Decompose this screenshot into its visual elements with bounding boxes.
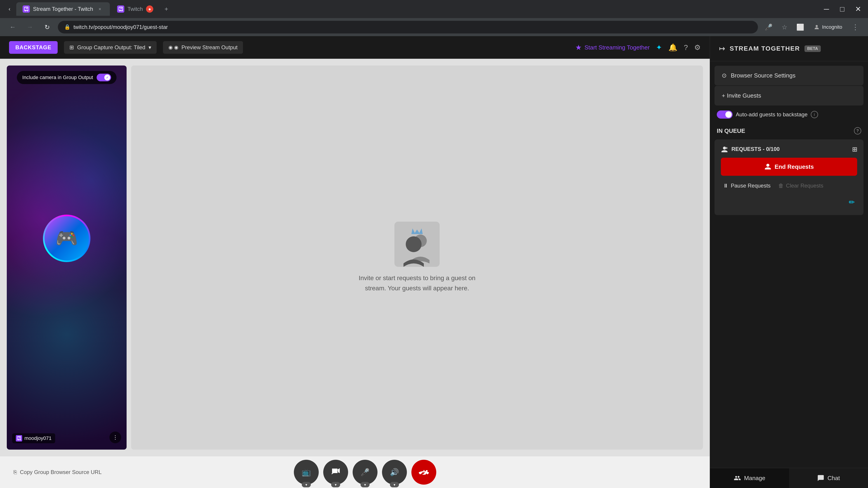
screen-share-icon: 📺: [302, 468, 311, 477]
star-streaming-icon: ★: [575, 43, 582, 52]
tab-bar: ‹ Stream Together - Twitch × Twitch ● +: [0, 0, 868, 18]
star-btn[interactable]: ☆: [778, 21, 791, 33]
tab-close-1[interactable]: ×: [96, 5, 103, 13]
svg-point-8: [427, 473, 428, 474]
capture-label: Group Capture Output: Tiled: [77, 44, 145, 51]
url-text: twitch.tv/popout/moodjoy071/guest-star: [73, 24, 752, 30]
mic-toolbar-btn[interactable]: 🎤: [763, 21, 775, 33]
requests-count-label: REQUESTS - 0/100: [721, 146, 780, 153]
pause-icon: ⏸: [723, 183, 728, 189]
toolbar-icons: 🎤 ☆ ⬜ Incognito ⋮: [763, 21, 862, 33]
auto-add-label: Auto-add guests to backstage: [736, 111, 808, 118]
tab-nav-back[interactable]: ‹: [4, 3, 16, 15]
help-icon-btn[interactable]: ?: [684, 43, 688, 52]
include-camera-label: Include camera in Group Output: [22, 74, 93, 80]
screen-share-control: 📺 ▾: [294, 460, 319, 485]
edit-pencil-icon[interactable]: ✏: [721, 196, 857, 209]
bell-icon-btn[interactable]: 🔔: [669, 43, 677, 52]
volume-chevron[interactable]: ▾: [390, 482, 399, 487]
incognito-label: Incognito: [822, 24, 842, 30]
filter-icon[interactable]: ⊞: [852, 146, 857, 153]
omnibar: ← → ↻ 🔒 twitch.tv/popout/moodjoy071/gues…: [0, 18, 868, 36]
camera-icon: [331, 468, 340, 477]
browser-source-settings-button[interactable]: ⊙ Browser Source Settings: [715, 66, 864, 86]
guest-area: Invite or start requests to bring a gues…: [131, 66, 703, 450]
pause-requests-button[interactable]: ⏸ Pause Requests: [721, 180, 773, 191]
copy-icon: ⎘: [13, 469, 17, 475]
include-camera-toggle[interactable]: [97, 74, 111, 81]
new-tab-button[interactable]: +: [160, 3, 172, 15]
svg-point-9: [725, 147, 727, 149]
sidebar-bottom-tabs: Manage Chat: [710, 468, 868, 488]
grid-icon: ⊞: [69, 44, 74, 51]
content-area: BACKSTAGE ⊞ Group Capture Output: Tiled …: [0, 36, 710, 488]
back-btn[interactable]: ←: [6, 21, 19, 33]
queue-help-icon[interactable]: ?: [854, 127, 861, 134]
lock-icon: 🔒: [64, 24, 70, 30]
manage-label: Manage: [744, 475, 765, 482]
camera-control: ▾: [323, 460, 348, 485]
end-requests-button[interactable]: End Requests: [721, 158, 857, 176]
chat-label: Chat: [828, 475, 840, 482]
auto-add-info-icon[interactable]: i: [811, 111, 818, 118]
screen-share-button[interactable]: 📺: [294, 460, 319, 485]
trash-icon: 🗑: [778, 183, 784, 189]
preview-icon: ◉ ◉: [168, 44, 178, 51]
collapse-sidebar-button[interactable]: ↦: [719, 44, 725, 53]
host-username: moodjoy071: [24, 435, 52, 441]
start-streaming-button[interactable]: ★ Start Streaming Together: [575, 43, 650, 52]
mic-button[interactable]: 🎤: [352, 460, 377, 485]
more-btn[interactable]: ⋮: [849, 21, 862, 33]
secondary-buttons: ⏸ Pause Requests 🗑 Clear Requests: [721, 180, 857, 191]
auto-add-toggle[interactable]: [717, 110, 733, 119]
settings-icon-btn[interactable]: ⚙: [694, 43, 701, 52]
capture-output-button[interactable]: ⊞ Group Capture Output: Tiled ▾: [64, 41, 157, 54]
tab-label-1: Stream Together - Twitch: [33, 6, 93, 12]
extension-btn[interactable]: ⬜: [794, 21, 807, 33]
close-window-btn[interactable]: ✕: [852, 3, 864, 15]
volume-button[interactable]: 🔊: [382, 460, 407, 485]
address-bar[interactable]: 🔒 twitch.tv/popout/moodjoy071/guest-star: [58, 21, 758, 33]
refresh-btn[interactable]: ↻: [41, 21, 53, 33]
camera-button[interactable]: [323, 460, 348, 485]
backstage-button[interactable]: BACKSTAGE: [9, 41, 58, 54]
invite-guests-button[interactable]: + Invite Guests: [715, 86, 864, 105]
clear-label: Clear Requests: [786, 183, 823, 189]
requests-label: REQUESTS - 0/100: [732, 146, 780, 152]
volume-icon: 🔊: [390, 468, 399, 477]
tab-twitch[interactable]: Twitch ●: [111, 2, 160, 16]
incognito-btn[interactable]: Incognito: [810, 22, 846, 32]
mic-chevron[interactable]: ▾: [361, 482, 370, 487]
camera-chevron[interactable]: ▾: [331, 482, 340, 487]
in-queue-label: IN QUEUE: [717, 127, 745, 134]
copy-url-button[interactable]: ⎘ Copy Group Browser Source URL: [13, 469, 101, 475]
end-call-button[interactable]: [411, 460, 436, 485]
invite-guests-label: + Invite Guests: [722, 92, 761, 99]
manage-tab[interactable]: Manage: [710, 468, 789, 488]
minimize-btn[interactable]: ─: [820, 3, 833, 15]
in-queue-row: IN QUEUE ?: [715, 124, 864, 138]
forward-btn[interactable]: →: [24, 21, 36, 33]
preview-stream-button[interactable]: ◉ ◉ Preview Stream Output: [163, 41, 243, 54]
maximize-btn[interactable]: □: [836, 3, 848, 15]
right-sidebar: ↦ STREAM TOGETHER BETA ⊙ Browser Source …: [710, 36, 868, 488]
browser-chrome: ‹ Stream Together - Twitch × Twitch ● +: [0, 0, 868, 36]
host-menu-button[interactable]: ⋮: [110, 431, 121, 443]
main-area: BACKSTAGE ⊞ Group Capture Output: Tiled …: [0, 36, 868, 488]
svg-point-4: [406, 236, 422, 252]
chat-tab[interactable]: Chat: [789, 468, 868, 488]
tab-close-2[interactable]: ●: [146, 5, 153, 13]
mic-control: 🎤 ▾: [352, 460, 377, 485]
tab-stream-together[interactable]: Stream Together - Twitch ×: [16, 2, 110, 16]
sidebar-header: ↦ STREAM TOGETHER BETA: [710, 36, 868, 61]
top-toolbar-right: ★ Start Streaming Together ✦ 🔔 ? ⚙: [575, 43, 701, 52]
preview-label: Preview Stream Output: [182, 44, 238, 51]
clear-requests-button[interactable]: 🗑 Clear Requests: [776, 180, 826, 191]
media-controls: 📺 ▾ ▾: [294, 460, 436, 485]
mic-icon: 🎤: [361, 468, 370, 477]
guests-icon: [395, 222, 440, 267]
sparkle-icon-btn[interactable]: ✦: [656, 43, 662, 52]
screen-share-chevron[interactable]: ▾: [302, 482, 311, 487]
auto-add-row: Auto-add guests to backstage i: [715, 106, 864, 123]
start-streaming-label: Start Streaming Together: [585, 44, 650, 51]
